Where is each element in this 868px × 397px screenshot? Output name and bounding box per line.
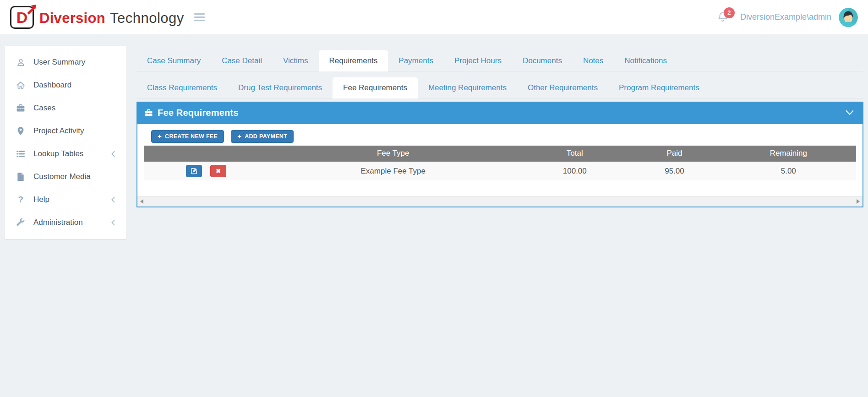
sidebar-item-cases[interactable]: Cases — [5, 97, 126, 120]
sidebar-item-label: Administration — [33, 218, 83, 227]
cell-paid: 95.00 — [628, 162, 721, 180]
case-tabs: Case Summary Case Detail Victims Require… — [136, 50, 863, 71]
panel-toolbar: + CREATE NEW FEE + ADD PAYMENT — [151, 130, 863, 143]
col-header-fee-type: Fee Type — [265, 146, 521, 162]
sidebar-item-user-summary[interactable]: User Summary — [5, 51, 126, 74]
add-payment-button[interactable]: + ADD PAYMENT — [231, 130, 294, 143]
col-header-total: Total — [521, 146, 628, 162]
sidebar-item-label: Customer Media — [33, 172, 91, 181]
wrench-icon — [16, 218, 26, 227]
sidebar-item-label: Cases — [33, 103, 55, 113]
scroll-right-arrow-icon[interactable] — [857, 199, 860, 204]
sidebar-item-label: Project Activity — [33, 126, 84, 136]
sidebar-item-label: Lookup Tables — [33, 149, 83, 158]
brand-logo-mark: D — [10, 6, 34, 29]
sidebar-item-label: Help — [33, 195, 49, 204]
delete-fee-button[interactable]: ✖ — [210, 165, 226, 177]
fee-requirements-table: Fee Type Total Paid Remaining — [144, 146, 856, 180]
file-icon — [16, 172, 26, 181]
cell-remaining: 5.00 — [721, 162, 856, 180]
user-icon — [16, 58, 26, 67]
panel-header: Fee Requirements — [136, 102, 863, 124]
tab-payments[interactable]: Payments — [388, 50, 444, 71]
tab-documents[interactable]: Documents — [512, 50, 573, 71]
edit-fee-button[interactable] — [186, 165, 202, 177]
current-user-name[interactable]: DiversionExample\admin — [740, 12, 831, 22]
chevron-down-icon[interactable] — [844, 108, 856, 118]
cell-total: 100.00 — [521, 162, 628, 180]
plus-icon: + — [237, 133, 241, 140]
fee-table-row: ✖ Example Fee Type 100.00 95.00 5.00 — [144, 162, 856, 180]
tab-notifications[interactable]: Notifications — [614, 50, 677, 71]
sidebar-item-label: User Summary — [33, 58, 85, 67]
home-icon — [16, 81, 26, 90]
chevron-left-icon — [111, 196, 115, 203]
brand-name-secondary: Technology — [110, 10, 184, 27]
tab-case-detail[interactable]: Case Detail — [211, 50, 273, 71]
subtab-fee-requirements[interactable]: Fee Requirements — [333, 77, 418, 98]
chevron-left-icon — [111, 219, 115, 226]
map-pin-icon — [16, 126, 26, 136]
sidebar-item-dashboard[interactable]: Dashboard — [5, 74, 126, 97]
sidebar-item-project-activity[interactable]: Project Activity — [5, 120, 126, 142]
plus-icon: + — [158, 133, 162, 140]
briefcase-icon — [144, 109, 153, 117]
scroll-left-arrow-icon[interactable] — [140, 199, 143, 204]
col-header-paid: Paid — [628, 146, 721, 162]
brand-name-primary: Diversion — [39, 10, 105, 27]
horizontal-scrollbar[interactable] — [137, 196, 863, 207]
requirements-subtabs: Class Requirements Drug Test Requirement… — [136, 77, 863, 98]
list-icon — [16, 149, 26, 158]
fee-requirements-panel: Fee Requirements + CREATE NEW FEE + ADD … — [136, 102, 863, 207]
subtab-class-requirements[interactable]: Class Requirements — [136, 77, 228, 98]
col-header-remaining: Remaining — [721, 146, 856, 162]
table-header-row: Fee Type Total Paid Remaining — [144, 146, 856, 162]
sidebar-toggle-hamburger-icon[interactable] — [192, 9, 207, 26]
sidebar-item-customer-media[interactable]: Customer Media — [5, 165, 126, 188]
tab-case-summary[interactable]: Case Summary — [136, 50, 211, 71]
tab-victims[interactable]: Victims — [273, 50, 318, 71]
brand-arrow-icon — [26, 4, 38, 16]
notifications-bell[interactable]: 2 — [717, 11, 728, 23]
panel-body: + CREATE NEW FEE + ADD PAYMENT — [136, 124, 863, 207]
top-header: D Diversion Technology 2 DiversionExampl… — [0, 0, 868, 34]
briefcase-icon — [16, 103, 26, 113]
main-content: Case Summary Case Detail Victims Require… — [136, 46, 863, 207]
subtab-program-requirements[interactable]: Program Requirements — [608, 77, 710, 98]
col-header-actions — [144, 146, 265, 162]
sidebar-item-administration[interactable]: Administration — [5, 211, 126, 234]
sidebar-nav: User Summary Dashboard Cases — [5, 46, 126, 239]
panel-title: Fee Requirements — [158, 108, 239, 118]
sidebar-item-label: Dashboard — [33, 81, 71, 90]
brand-logo[interactable]: D Diversion Technology — [10, 6, 184, 29]
tab-project-hours[interactable]: Project Hours — [444, 50, 512, 71]
sidebar-item-help[interactable]: ? Help — [5, 188, 126, 211]
create-new-fee-button[interactable]: + CREATE NEW FEE — [151, 130, 224, 143]
user-avatar[interactable] — [839, 8, 858, 27]
subtab-other-requirements[interactable]: Other Requirements — [517, 77, 608, 98]
tab-requirements[interactable]: Requirements — [319, 50, 388, 71]
cell-fee-type: Example Fee Type — [265, 162, 521, 180]
sidebar-item-lookup-tables[interactable]: Lookup Tables — [5, 142, 126, 165]
chevron-left-icon — [111, 151, 115, 157]
question-icon: ? — [16, 195, 26, 205]
x-icon: ✖ — [216, 168, 221, 174]
row-actions-cell: ✖ — [144, 162, 265, 180]
subtab-drug-test-requirements[interactable]: Drug Test Requirements — [228, 77, 333, 98]
notification-count-badge[interactable]: 2 — [724, 7, 735, 18]
tab-notes[interactable]: Notes — [573, 50, 614, 71]
subtab-meeting-requirements[interactable]: Meeting Requirements — [418, 77, 517, 98]
